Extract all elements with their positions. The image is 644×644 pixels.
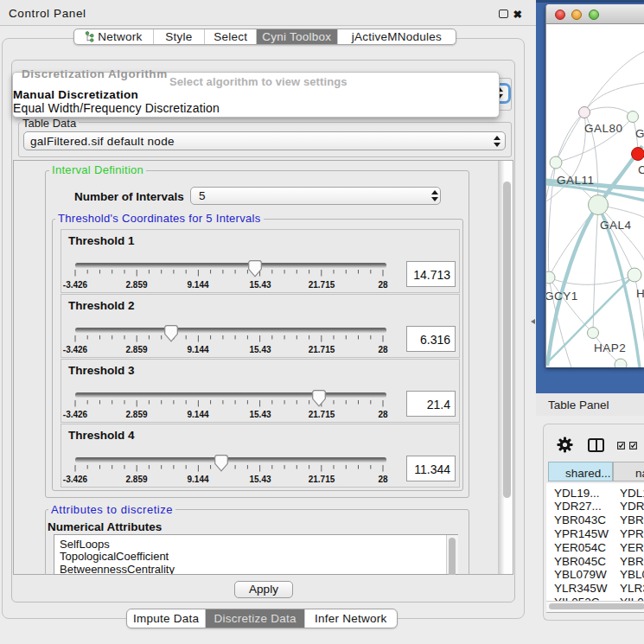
svg-text:HAP2: HAP2 [594, 341, 626, 354]
svg-text:GA: GA [635, 127, 644, 140]
svg-text:GCY1: GCY1 [546, 290, 578, 303]
svg-text:GAL80: GAL80 [584, 122, 623, 135]
svg-text:C: C [638, 163, 644, 176]
svg-text:GAL4: GAL4 [600, 219, 632, 232]
svg-text:H: H [636, 287, 644, 300]
svg-text:GAL11: GAL11 [557, 174, 595, 187]
